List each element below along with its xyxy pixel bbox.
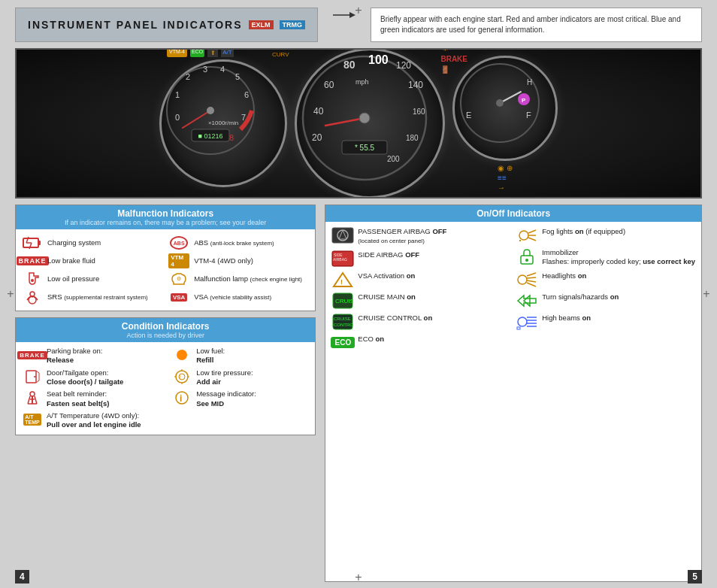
condition-subtitle: Action is needed by driver — [22, 332, 309, 339]
tach-indicators: VTM-4 ECO ⬆ A/T — [167, 48, 234, 57]
turn-text: Turn signals/hazards on — [542, 292, 619, 302]
svg-text:P: P — [522, 97, 526, 104]
brake-fluid-icon: BRAKE — [22, 253, 43, 268]
svg-line-72 — [528, 230, 536, 233]
oil-level-indicator: ◉ ⊕ — [498, 164, 513, 172]
eco-badge: ECO — [331, 337, 355, 348]
page-title: INSTRUMENT PANEL INDICATORS — [28, 19, 243, 31]
right-gauges: E F P H ◉ ⊕ ≡≡ → — [452, 56, 558, 192]
onoff-right-col: Fog lights on (if equipped) ImmobilizerF… — [514, 225, 697, 353]
charging-text: Charging system — [47, 238, 101, 247]
svg-text:CRUISE: CRUISE — [335, 298, 353, 305]
cruise-ctrl-svg: CRUISE CONTROL — [332, 314, 353, 330]
fog-lights-icon — [516, 227, 538, 244]
svg-text:100: 100 — [368, 53, 389, 66]
charging-icon — [22, 235, 43, 250]
cruise-indicator: ≡ — [272, 48, 289, 49]
high-beams-icon — [516, 314, 538, 330]
door-row: Door/Tailgate open:Close door(s) / tailg… — [22, 367, 159, 389]
svg-point-85 — [518, 317, 527, 326]
turn-svg — [516, 292, 537, 309]
cruise-control-icon: CRUISE CONTROL — [331, 314, 354, 330]
svg-text:200: 200 — [387, 155, 400, 163]
door-svg — [24, 369, 41, 384]
turn-signals-icon — [516, 292, 538, 309]
parking-brake-row: BRAKE Parking brake on:Release — [22, 345, 159, 367]
svg-text:■ 01216: ■ 01216 — [198, 132, 223, 140]
svg-text:1: 1 — [175, 90, 180, 99]
side-airbag-icon: SIDE AIRBAG — [331, 250, 354, 267]
vtm4-indicator: VTM-4 — [167, 48, 187, 57]
highbeam-svg — [516, 314, 537, 330]
svg-point-45 — [31, 279, 34, 282]
malfunction-right-col: ABS ABS (anti-lock brake system) VTM 4 V… — [168, 234, 309, 306]
svg-text:6: 6 — [244, 90, 249, 99]
svg-point-51 — [30, 392, 35, 396]
side-airbag-row: SIDE AIRBAG SIDE AIRBAG OFF — [330, 248, 513, 269]
vsa-text: VSA (vehicle stability assist) — [194, 292, 271, 302]
door-text: Door/Tailgate open:Close door(s) / tailg… — [47, 368, 123, 387]
description-text: Briefly appear with each engine start. R… — [380, 15, 681, 34]
bottom-crosshair — [351, 570, 366, 585]
left-crosshair — [3, 286, 18, 302]
eco-text: ECO on — [358, 335, 384, 344]
dashboard-bg: ×1000r/min 0 1 2 3 4 5 6 7 — [17, 50, 700, 197]
vsa-icon: VSA — [168, 289, 189, 305]
check-text: Malfunction lamp (check engine light) — [194, 274, 302, 283]
message-icon: i — [171, 389, 192, 406]
svg-text:H: H — [527, 78, 532, 86]
svg-text:mph: mph — [355, 78, 369, 86]
svg-text:180: 180 — [406, 134, 419, 142]
seatbelt-row: Seat belt reminder:Fasten seat belt(s) — [22, 388, 159, 410]
speedometer-gauge: 20 40 60 80 100 120 140 160 180 200 mph — [295, 48, 445, 199]
svg-text:8: 8 — [229, 133, 234, 142]
bottom-section: Malfunction Indicators If an indicator r… — [0, 199, 717, 588]
battery-svg — [23, 236, 42, 250]
svg-text:!: ! — [340, 278, 343, 286]
svg-text:F: F — [526, 111, 531, 120]
svg-text:140: 140 — [408, 80, 423, 90]
tire-pressure-row: ! Low tire pressure:Add air — [171, 367, 309, 389]
amber-indicator: → — [498, 183, 505, 192]
svg-text:3: 3 — [203, 65, 207, 74]
immobilizer-svg — [516, 248, 537, 265]
at-temp-text: A/T Temperature (4WD only):Pull over and… — [47, 411, 141, 430]
top-crosshair — [351, 3, 366, 18]
high-beams-row: High beams on — [514, 311, 697, 332]
onoff-panel: On/Off Indicators — [325, 205, 702, 582]
headlights-svg — [516, 271, 537, 288]
high-beams-text: High beams on — [542, 314, 591, 323]
malfunction-header: Malfunction Indicators If an indicator r… — [16, 205, 315, 229]
seatbelt-svg — [24, 390, 41, 405]
svg-point-13 — [207, 107, 214, 114]
svg-text:160: 160 — [413, 108, 425, 116]
condition-right-col: Low fuel:Refill ! Low — [171, 345, 309, 432]
blue-indicator: ≡≡ — [498, 174, 507, 182]
badge-exlm: EXLM — [249, 20, 274, 29]
svg-marker-64 — [334, 273, 352, 286]
svg-text:CONTROL: CONTROL — [334, 323, 353, 327]
eco-on-icon: ECO — [331, 335, 354, 351]
vtm4-text: VTM-4 (4WD only) — [194, 256, 253, 265]
cruise-ctrl-text: CRUISE CONTROL on — [358, 314, 432, 323]
fuel-gauge: E F P H — [452, 56, 558, 161]
svg-line-79 — [527, 273, 536, 276]
at-temp-icon: A/TTEMP — [22, 411, 43, 428]
svg-text:5: 5 — [235, 72, 240, 81]
right-crosshair — [699, 286, 714, 302]
vsa-act-row: ! VSA Activation on — [330, 269, 513, 290]
svg-text:60: 60 — [324, 80, 334, 90]
srs-svg — [24, 289, 41, 305]
cruise-main-row: CRUISE CRUISE MAIN on — [330, 290, 513, 311]
condition-panel: Condition Indicators Action is needed by… — [15, 317, 316, 435]
fuel-svg: E F P H — [455, 58, 545, 148]
tach-svg: 0 1 2 3 4 5 6 7 8 — [162, 62, 259, 159]
headlights-row: Headlights on — [514, 269, 697, 290]
svg-line-81 — [527, 280, 536, 282]
page-container: INSTRUMENT PANEL INDICATORS EXLM TRMG Br… — [0, 0, 717, 588]
description-box: Briefly appear with each engine start. R… — [371, 8, 702, 42]
cruise-main-text: CRUISE MAIN on — [358, 292, 416, 302]
parking-brake-text: Parking brake on:Release — [47, 347, 102, 365]
passenger-airbag-row: PASSENGER AIRBAG OFF(located on center p… — [330, 225, 513, 248]
pass-airbag-svg — [331, 227, 354, 244]
